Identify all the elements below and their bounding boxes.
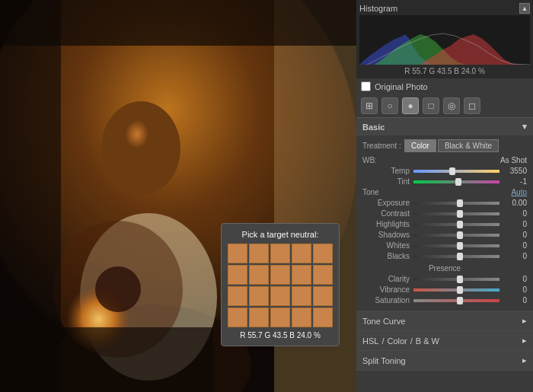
- clarity-thumb[interactable]: [457, 276, 463, 283]
- neutral-picker-popup[interactable]: Pick a target neutral: R 55.7 G 43.5: [221, 223, 340, 346]
- shadows-slider[interactable]: [413, 234, 499, 237]
- neutral-cell[interactable]: [313, 286, 333, 306]
- neutral-cell[interactable]: [270, 265, 290, 285]
- neutral-grid[interactable]: [228, 244, 333, 327]
- original-photo-label[interactable]: Original Photo: [375, 82, 428, 91]
- vibrance-label: Vibrance: [362, 285, 410, 294]
- tone-header: Tone Auto: [362, 188, 527, 196]
- bw-treatment-button[interactable]: Black & White: [438, 139, 499, 152]
- saturation-value: 0: [503, 296, 527, 304]
- neutral-cell[interactable]: [313, 244, 333, 263]
- tool-white-square-icon[interactable]: ◻: [464, 97, 480, 114]
- temp-value: 3550: [503, 167, 527, 175]
- auto-button[interactable]: Auto: [511, 188, 527, 196]
- clarity-value: 0: [503, 275, 527, 283]
- saturation-slider[interactable]: [413, 299, 499, 302]
- right-panel: Histogram ▲ R 55.7 G 43.5 B 24.0 % Origi…: [356, 0, 533, 392]
- tool-filled-circle-icon[interactable]: ●: [402, 97, 419, 114]
- wb-label: WB:: [362, 156, 385, 164]
- contrast-thumb[interactable]: [457, 210, 463, 218]
- whites-label: Whites: [362, 241, 410, 250]
- neutral-cell[interactable]: [249, 265, 269, 285]
- neutral-cell[interactable]: [270, 286, 290, 306]
- tone-curve-section[interactable]: Tone Curve ▸: [356, 311, 533, 331]
- vibrance-slider[interactable]: [413, 288, 499, 292]
- neutral-cell[interactable]: [292, 286, 311, 306]
- clarity-slider-row: Clarity 0: [362, 275, 527, 283]
- clarity-label: Clarity: [362, 275, 410, 283]
- neutral-cell[interactable]: [292, 265, 311, 285]
- hsl-section[interactable]: HSL / Color / B & W ▸: [356, 331, 533, 351]
- tone-curve-arrow: ▸: [522, 316, 527, 326]
- basic-panel-arrow: ▾: [522, 122, 527, 132]
- contrast-slider[interactable]: [413, 212, 499, 215]
- histogram-header: Histogram ▲: [359, 3, 530, 14]
- whites-thumb[interactable]: [457, 242, 463, 250]
- temp-slider-row: Temp 3550: [362, 167, 527, 175]
- vibrance-slider-row: Vibrance 0: [362, 285, 527, 294]
- whites-slider[interactable]: [413, 244, 499, 247]
- contrast-slider-row: Contrast 0: [362, 209, 527, 218]
- split-toning-section[interactable]: Split Toning ▸: [356, 351, 533, 371]
- tint-value: -1: [503, 177, 527, 186]
- shadows-value: 0: [503, 231, 527, 239]
- presence-header: Presence: [362, 264, 527, 272]
- basic-panel-content: Treatment : Color Black & White WB: As S…: [356, 135, 533, 311]
- shadows-thumb[interactable]: [457, 231, 463, 239]
- bw-label[interactable]: B & W: [416, 336, 439, 346]
- neutral-cell[interactable]: [228, 244, 247, 263]
- tool-square-icon[interactable]: □: [423, 97, 439, 114]
- blacks-value: 0: [503, 252, 527, 260]
- original-photo-checkbox[interactable]: [361, 81, 371, 91]
- histogram-expand-button[interactable]: ▲: [519, 3, 530, 14]
- panels-container: Basic ▾ Treatment : Color Black & White …: [356, 118, 533, 392]
- temp-label: Temp: [362, 167, 410, 175]
- temp-thumb[interactable]: [449, 167, 455, 175]
- neutral-cell[interactable]: [292, 244, 311, 263]
- blacks-thumb[interactable]: [457, 253, 463, 260]
- svg-rect-9: [0, 0, 356, 46]
- contrast-value: 0: [503, 209, 527, 218]
- color-label[interactable]: Color: [387, 336, 407, 346]
- neutral-cell[interactable]: [270, 308, 290, 327]
- neutral-cell[interactable]: [249, 308, 269, 327]
- tool-target-icon[interactable]: ◎: [443, 97, 460, 114]
- hsl-slash2: /: [410, 336, 413, 346]
- neutral-cell[interactable]: [228, 308, 247, 327]
- vibrance-thumb[interactable]: [457, 286, 463, 294]
- exposure-thumb[interactable]: [457, 199, 463, 207]
- highlights-slider-row: Highlights 0: [362, 220, 527, 228]
- tint-slider[interactable]: [413, 180, 499, 183]
- basic-panel-header[interactable]: Basic ▾: [356, 118, 533, 135]
- exposure-slider[interactable]: [413, 202, 499, 205]
- saturation-slider-row: Saturation 0: [362, 296, 527, 304]
- saturation-thumb[interactable]: [457, 297, 463, 304]
- popup-title: Pick a target neutral:: [228, 230, 333, 239]
- tool-circle-icon[interactable]: ○: [381, 97, 398, 114]
- neutral-cell[interactable]: [292, 308, 311, 327]
- neutral-cell[interactable]: [313, 265, 333, 285]
- popup-rgb-values: R 55.7 G 43.5 B 24.0 %: [228, 331, 333, 339]
- neutral-cell[interactable]: [249, 286, 269, 306]
- neutral-cell[interactable]: [313, 308, 333, 327]
- color-treatment-button[interactable]: Color: [404, 139, 436, 152]
- tint-thumb[interactable]: [455, 178, 461, 186]
- highlights-thumb[interactable]: [457, 221, 463, 228]
- clarity-slider[interactable]: [413, 278, 499, 281]
- basic-panel-section: Basic ▾ Treatment : Color Black & White …: [356, 118, 533, 311]
- split-toning-title: Split Toning: [362, 356, 406, 365]
- blacks-slider[interactable]: [413, 255, 499, 258]
- whites-slider-row: Whites 0: [362, 241, 527, 250]
- temp-slider[interactable]: [413, 170, 499, 173]
- tool-grid-icon[interactable]: ⊞: [361, 97, 378, 114]
- neutral-cell[interactable]: [228, 265, 247, 285]
- wb-row: WB: As Shot: [362, 156, 527, 164]
- hsl-label[interactable]: HSL: [362, 336, 378, 346]
- histogram-rgb-values: R 55.7 G 43.5 B 24.0 %: [359, 67, 530, 75]
- neutral-cell[interactable]: [228, 286, 247, 306]
- histogram-section: Histogram ▲ R 55.7 G 43.5 B 24.0 %: [356, 0, 533, 78]
- neutral-cell[interactable]: [249, 244, 269, 263]
- highlights-slider[interactable]: [413, 223, 499, 226]
- neutral-cell[interactable]: [270, 244, 290, 263]
- wb-value[interactable]: As Shot: [389, 156, 527, 164]
